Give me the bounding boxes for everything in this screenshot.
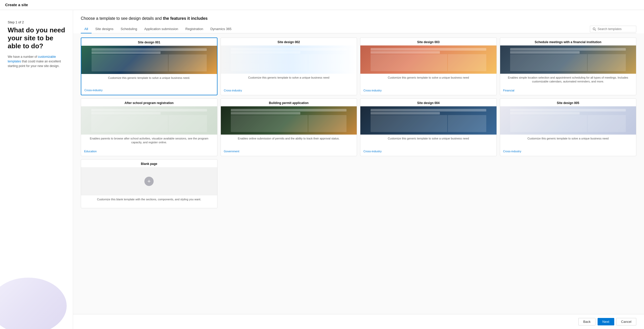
- template-card-after-school[interactable]: After school program registration Enable…: [81, 98, 217, 156]
- tabs-bar: All Site designs Scheduling Application …: [81, 25, 636, 33]
- template-title: Site design 001: [81, 38, 217, 46]
- template-title: Site design 004: [360, 99, 497, 106]
- template-card-blank-page[interactable]: Blank page + Customize this blank templa…: [81, 159, 217, 208]
- tab-application-submission[interactable]: Application submission: [141, 25, 182, 33]
- template-title: Blank page: [81, 159, 217, 167]
- next-button[interactable]: Next: [598, 318, 614, 325]
- template-tag: Cross-industry: [84, 89, 103, 92]
- template-card-site-design-003[interactable]: Site design 003 Customize this generic t…: [360, 37, 497, 95]
- template-card-site-design-002[interactable]: Site design 002 Customize this generic t…: [221, 37, 357, 95]
- search-icon: [593, 27, 596, 31]
- template-thumb: [360, 106, 497, 135]
- template-thumb: [81, 106, 217, 135]
- template-title: Building permit application: [221, 99, 357, 106]
- instruction-text: Choose a template to see design details …: [81, 16, 636, 21]
- template-card-site-design-005[interactable]: Site design 005 Customize this generic t…: [500, 98, 637, 156]
- template-tag: Government: [224, 150, 240, 153]
- template-thumb: [221, 45, 357, 74]
- template-card-site-design-001[interactable]: Site design 001 Customize this generic t…: [81, 37, 217, 95]
- page-heading: What do you need your site to be able to…: [8, 26, 65, 50]
- template-desc: Customize this generic template to solve…: [224, 76, 354, 80]
- template-title: Site design 002: [221, 38, 357, 45]
- template-card-schedule-financial[interactable]: Schedule meetings with a financial insti…: [500, 37, 637, 95]
- template-title: Schedule meetings with a financial insti…: [500, 38, 636, 45]
- template-tag: Cross-industry: [363, 150, 382, 153]
- template-card-building-permit[interactable]: Building permit application Enables onli…: [221, 98, 357, 156]
- template-desc: Customize this generic template to solve…: [503, 137, 633, 140]
- template-tag: Education: [84, 150, 97, 153]
- search-area[interactable]: [590, 26, 636, 32]
- right-panel: Choose a template to see design details …: [73, 10, 644, 329]
- blank-thumb: +: [81, 167, 217, 195]
- template-desc: Enables simple location selection and ap…: [503, 76, 633, 84]
- template-desc: Enables parents to browse after school a…: [84, 137, 214, 145]
- cancel-button[interactable]: Cancel: [616, 318, 636, 325]
- app-title: Create a site: [5, 3, 28, 7]
- template-desc: Customize this generic template to solve…: [363, 137, 493, 140]
- template-desc: Customize this blank template with the s…: [84, 198, 214, 201]
- svg-line-1: [595, 30, 596, 30]
- step-label: Step 1 of 2: [8, 20, 65, 24]
- template-grid-container: Site design 001 Customize this generic t…: [73, 33, 644, 314]
- tab-all[interactable]: All: [81, 25, 92, 33]
- decorative-bg: [0, 278, 67, 329]
- template-tag: Financial: [503, 89, 514, 92]
- page-description: We have a number of customizable templat…: [8, 54, 65, 68]
- right-panel-header: Choose a template to see design details …: [73, 10, 644, 33]
- plus-icon: +: [144, 177, 154, 186]
- back-button[interactable]: Back: [578, 318, 596, 325]
- template-tag: Cross-industry: [224, 89, 242, 92]
- template-thumb: [81, 46, 217, 74]
- template-grid: Site design 001 Customize this generic t…: [81, 37, 636, 208]
- template-thumb: [360, 45, 497, 74]
- template-tag: Cross-industry: [503, 150, 521, 153]
- tab-registration[interactable]: Registration: [182, 25, 207, 33]
- template-card-site-design-004[interactable]: Site design 004 Customize this generic t…: [360, 98, 497, 156]
- template-desc: Customize this generic template to solve…: [84, 76, 214, 80]
- template-desc: Enables online submission of permits and…: [224, 137, 354, 140]
- template-desc: Customize this generic template to solve…: [363, 76, 493, 80]
- tab-dynamics-365[interactable]: Dynamics 365: [207, 25, 235, 33]
- template-thumb: [500, 106, 636, 135]
- tab-site-designs[interactable]: Site designs: [92, 25, 117, 33]
- template-thumb: [500, 45, 636, 74]
- template-title: Site design 005: [500, 99, 636, 106]
- bottom-bar: Back Next Cancel: [73, 314, 644, 329]
- template-thumb: [221, 106, 357, 135]
- template-title: Site design 003: [360, 38, 497, 45]
- search-input[interactable]: [598, 27, 633, 31]
- template-tag: Cross-industry: [363, 89, 382, 92]
- left-panel: Step 1 of 2 What do you need your site t…: [0, 10, 73, 329]
- tab-scheduling[interactable]: Scheduling: [117, 25, 141, 33]
- template-title: After school program registration: [81, 99, 217, 106]
